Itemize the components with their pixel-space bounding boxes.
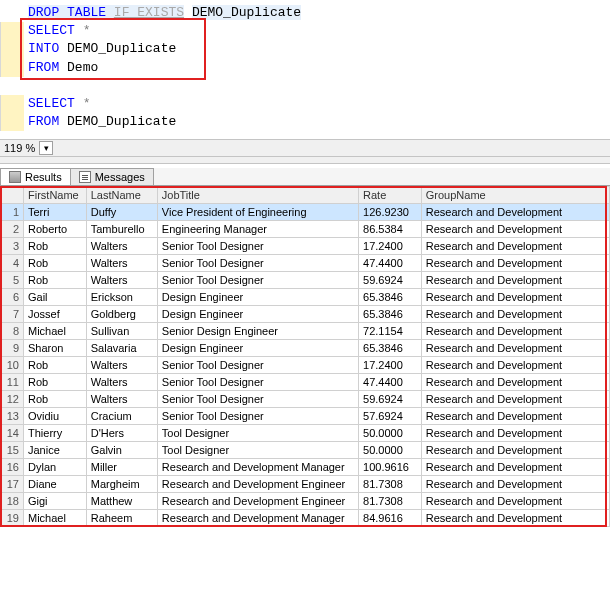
cell-rate[interactable]: 47.4400 <box>359 255 422 272</box>
cell-firstname[interactable]: Michael <box>24 323 87 340</box>
cell-rate[interactable]: 59.6924 <box>359 391 422 408</box>
cell-rate[interactable]: 17.2400 <box>359 357 422 374</box>
row-number[interactable]: 6 <box>1 289 24 306</box>
row-number[interactable]: 5 <box>1 272 24 289</box>
col-header-jobtitle[interactable]: JobTitle <box>157 187 358 204</box>
row-number[interactable]: 12 <box>1 391 24 408</box>
cell-rate[interactable]: 65.3846 <box>359 306 422 323</box>
table-row[interactable]: 18GigiMatthewResearch and Development En… <box>1 493 610 510</box>
cell-jobtitle[interactable]: Senior Tool Designer <box>157 391 358 408</box>
row-number[interactable]: 4 <box>1 255 24 272</box>
row-number[interactable]: 18 <box>1 493 24 510</box>
cell-rate[interactable]: 84.9616 <box>359 510 422 527</box>
cell-lastname[interactable]: Walters <box>86 238 157 255</box>
cell-groupname[interactable]: Research and Development <box>421 425 609 442</box>
row-number[interactable]: 8 <box>1 323 24 340</box>
cell-groupname[interactable]: Research and Development <box>421 374 609 391</box>
cell-lastname[interactable]: Erickson <box>86 289 157 306</box>
cell-jobtitle[interactable]: Research and Development Manager <box>157 510 358 527</box>
cell-groupname[interactable]: Research and Development <box>421 204 609 221</box>
table-row[interactable]: 16DylanMillerResearch and Development Ma… <box>1 459 610 476</box>
cell-jobtitle[interactable]: Design Engineer <box>157 289 358 306</box>
cell-groupname[interactable]: Research and Development <box>421 442 609 459</box>
cell-jobtitle[interactable]: Senior Tool Designer <box>157 238 358 255</box>
table-row[interactable]: 11RobWaltersSenior Tool Designer47.4400R… <box>1 374 610 391</box>
row-number[interactable]: 2 <box>1 221 24 238</box>
cell-firstname[interactable]: Roberto <box>24 221 87 238</box>
cell-lastname[interactable]: Walters <box>86 357 157 374</box>
cell-firstname[interactable]: Janice <box>24 442 87 459</box>
table-row[interactable]: 12RobWaltersSenior Tool Designer59.6924R… <box>1 391 610 408</box>
tab-messages[interactable]: Messages <box>70 168 154 185</box>
cell-rate[interactable]: 81.7308 <box>359 493 422 510</box>
cell-groupname[interactable]: Research and Development <box>421 272 609 289</box>
row-number[interactable]: 16 <box>1 459 24 476</box>
horizontal-splitter[interactable] <box>0 156 610 164</box>
cell-lastname[interactable]: Walters <box>86 391 157 408</box>
cell-jobtitle[interactable]: Research and Development Manager <box>157 459 358 476</box>
cell-jobtitle[interactable]: Research and Development Engineer <box>157 493 358 510</box>
cell-firstname[interactable]: Thierry <box>24 425 87 442</box>
cell-firstname[interactable]: Gail <box>24 289 87 306</box>
cell-firstname[interactable]: Jossef <box>24 306 87 323</box>
table-row[interactable]: 7JossefGoldbergDesign Engineer65.3846Res… <box>1 306 610 323</box>
cell-lastname[interactable]: Cracium <box>86 408 157 425</box>
cell-groupname[interactable]: Research and Development <box>421 493 609 510</box>
cell-groupname[interactable]: Research and Development <box>421 510 609 527</box>
cell-lastname[interactable]: Duffy <box>86 204 157 221</box>
cell-rate[interactable]: 72.1154 <box>359 323 422 340</box>
cell-jobtitle[interactable]: Design Engineer <box>157 306 358 323</box>
cell-lastname[interactable]: Salavaria <box>86 340 157 357</box>
row-number[interactable]: 15 <box>1 442 24 459</box>
row-number[interactable]: 10 <box>1 357 24 374</box>
table-row[interactable]: 10RobWaltersSenior Tool Designer17.2400R… <box>1 357 610 374</box>
row-number[interactable]: 19 <box>1 510 24 527</box>
cell-groupname[interactable]: Research and Development <box>421 340 609 357</box>
cell-firstname[interactable]: Sharon <box>24 340 87 357</box>
cell-lastname[interactable]: Miller <box>86 459 157 476</box>
table-row[interactable]: 9SharonSalavariaDesign Engineer65.3846Re… <box>1 340 610 357</box>
cell-lastname[interactable]: Margheim <box>86 476 157 493</box>
table-row[interactable]: 3RobWaltersSenior Tool Designer17.2400Re… <box>1 238 610 255</box>
row-number[interactable]: 11 <box>1 374 24 391</box>
cell-jobtitle[interactable]: Senior Design Engineer <box>157 323 358 340</box>
cell-lastname[interactable]: Sullivan <box>86 323 157 340</box>
cell-groupname[interactable]: Research and Development <box>421 323 609 340</box>
cell-lastname[interactable]: Walters <box>86 272 157 289</box>
table-row[interactable]: 6GailEricksonDesign Engineer65.3846Resea… <box>1 289 610 306</box>
cell-jobtitle[interactable]: Senior Tool Designer <box>157 408 358 425</box>
cell-jobtitle[interactable]: Senior Tool Designer <box>157 357 358 374</box>
cell-firstname[interactable]: Diane <box>24 476 87 493</box>
cell-lastname[interactable]: Walters <box>86 374 157 391</box>
cell-rate[interactable]: 81.7308 <box>359 476 422 493</box>
cell-rate[interactable]: 126.9230 <box>359 204 422 221</box>
cell-groupname[interactable]: Research and Development <box>421 221 609 238</box>
cell-jobtitle[interactable]: Tool Designer <box>157 425 358 442</box>
tab-results[interactable]: Results <box>0 168 71 185</box>
cell-jobtitle[interactable]: Senior Tool Designer <box>157 255 358 272</box>
cell-groupname[interactable]: Research and Development <box>421 459 609 476</box>
cell-firstname[interactable]: Rob <box>24 391 87 408</box>
cell-rate[interactable]: 65.3846 <box>359 340 422 357</box>
zoom-dropdown-button[interactable]: ▾ <box>39 141 53 155</box>
row-number[interactable]: 13 <box>1 408 24 425</box>
results-grid[interactable]: FirstName LastName JobTitle Rate GroupNa… <box>0 186 610 527</box>
row-number[interactable]: 7 <box>1 306 24 323</box>
cell-jobtitle[interactable]: Design Engineer <box>157 340 358 357</box>
cell-groupname[interactable]: Research and Development <box>421 391 609 408</box>
table-row[interactable]: 2RobertoTamburelloEngineering Manager86.… <box>1 221 610 238</box>
cell-jobtitle[interactable]: Research and Development Engineer <box>157 476 358 493</box>
cell-groupname[interactable]: Research and Development <box>421 255 609 272</box>
cell-rate[interactable]: 65.3846 <box>359 289 422 306</box>
table-row[interactable]: 1TerriDuffyVice President of Engineering… <box>1 204 610 221</box>
table-row[interactable]: 19MichaelRaheemResearch and Development … <box>1 510 610 527</box>
cell-groupname[interactable]: Research and Development <box>421 476 609 493</box>
cell-rate[interactable]: 57.6924 <box>359 408 422 425</box>
cell-firstname[interactable]: Ovidiu <box>24 408 87 425</box>
sql-editor[interactable]: DROP TABLE IF EXISTS DEMO_Duplicate SELE… <box>0 0 610 139</box>
col-header-rownum[interactable] <box>1 187 24 204</box>
table-row[interactable]: 8MichaelSullivanSenior Design Engineer72… <box>1 323 610 340</box>
cell-groupname[interactable]: Research and Development <box>421 357 609 374</box>
cell-groupname[interactable]: Research and Development <box>421 306 609 323</box>
cell-firstname[interactable]: Rob <box>24 238 87 255</box>
